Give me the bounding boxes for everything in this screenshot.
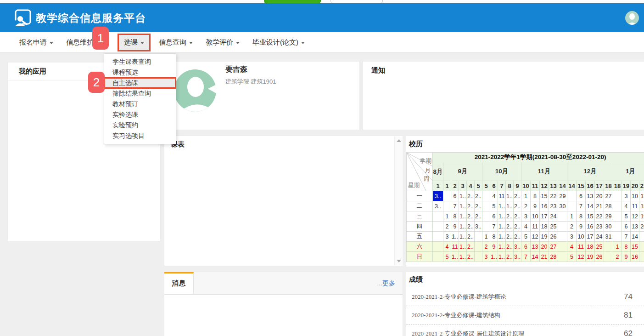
calendar-day-cell: 1 bbox=[482, 232, 490, 242]
nav-item-3[interactable]: 选课 bbox=[118, 34, 151, 51]
calendar-day-cell bbox=[433, 252, 443, 262]
calendar-day-cell: 1.. bbox=[459, 191, 467, 201]
week-number: 1 bbox=[433, 181, 443, 191]
week-number: 7 bbox=[498, 181, 506, 191]
grade-row[interactable]: 2020-2021-2-专业必修课-居住建筑设计原理62 bbox=[406, 325, 644, 336]
calendar-day-cell: 2.. bbox=[475, 201, 482, 211]
calendar-day-cell: 23 bbox=[549, 201, 558, 211]
calendar-day-cell bbox=[558, 232, 567, 242]
calendar-day-cell: 20 bbox=[595, 191, 604, 201]
week-number: 10 bbox=[521, 181, 531, 191]
calendar-day-cell: 3 bbox=[482, 252, 490, 262]
calendar-day-cell bbox=[482, 191, 490, 201]
calendar-day-cell: 28 bbox=[549, 252, 558, 262]
notice-panel: 通知 bbox=[363, 61, 644, 130]
grade-row[interactable]: 2020-2021-2-专业必修课-建筑学概论74 bbox=[406, 288, 644, 306]
dropdown-item-7[interactable]: 实验预约 bbox=[104, 120, 176, 131]
week-number: 5 bbox=[482, 181, 490, 191]
calendar-day-cell: 1.. bbox=[459, 252, 467, 262]
calendar-day-cell: 7 bbox=[521, 252, 531, 262]
scroll-down-icon[interactable] bbox=[397, 260, 401, 262]
dropdown-item-2[interactable]: 课程预选 bbox=[104, 67, 176, 78]
user-avatar-icon[interactable] bbox=[625, 11, 639, 25]
calendar-day-cell: 1 bbox=[443, 211, 451, 222]
grade-row[interactable]: 2020-2021-2-专业必修课-建筑结构81 bbox=[406, 306, 644, 325]
scroll-up-icon[interactable] bbox=[397, 139, 401, 142]
calendar-day-cell: 4 bbox=[622, 201, 631, 211]
annotation-step-1-badge: 1 bbox=[92, 27, 109, 50]
calendar-day-cell bbox=[482, 201, 490, 211]
school-calendar-table: 学期月周星期2021-2022学年1学期(2021-08-30至2022-01-… bbox=[406, 152, 644, 262]
grade-score: 81 bbox=[624, 311, 633, 320]
semester-title: 2021-2022学年1学期(2021-08-30至2022-01-20) bbox=[433, 153, 644, 162]
dropdown-item-8[interactable]: 实习选项目 bbox=[104, 131, 176, 141]
calendar-day-cell: 2.. bbox=[467, 232, 475, 242]
nav-item-label: 报名申请 bbox=[19, 38, 47, 47]
calendar-day-cell: 11 bbox=[531, 222, 540, 232]
nav-item-6[interactable]: 毕业设计(论文) bbox=[252, 34, 306, 51]
calendar-day-cell: 1.. bbox=[459, 201, 467, 211]
dropdown-item-1[interactable]: 学生课表查询 bbox=[104, 57, 176, 67]
timetable-scrollbar[interactable] bbox=[394, 137, 402, 265]
nav-item-1[interactable]: 报名申请 bbox=[18, 34, 54, 51]
browser-top-strip bbox=[0, 0, 644, 3]
chevron-down-icon bbox=[189, 42, 193, 44]
calendar-day-cell: 2.. bbox=[467, 252, 475, 262]
my-apps-title: 我的应用 bbox=[19, 67, 46, 75]
calendar-day-cell: 30 bbox=[558, 201, 567, 211]
calendar-day-cell: 1.. bbox=[459, 232, 467, 242]
tab-messages[interactable]: 消息 bbox=[164, 272, 194, 294]
calendar-day-cell: 8 bbox=[451, 211, 459, 222]
calendar-day-cell bbox=[558, 222, 567, 232]
messages-panel: 消息 ...更多 bbox=[164, 272, 403, 336]
more-dots: ... bbox=[377, 279, 382, 287]
calendar-day-cell: 9 bbox=[577, 222, 586, 232]
chevron-down-icon bbox=[50, 42, 53, 44]
calendar-day-cell bbox=[482, 211, 490, 222]
calendar-day-cell: 1.. bbox=[506, 191, 514, 201]
nav-item-5[interactable]: 教学评价 bbox=[205, 34, 241, 51]
calendar-day-cell bbox=[433, 222, 443, 232]
dropdown-item-4[interactable]: 筛除结果查询 bbox=[104, 88, 176, 99]
month-header: 1月 bbox=[613, 162, 644, 181]
calendar-day-cell: 3 bbox=[443, 232, 451, 242]
calendar-day-cell bbox=[558, 242, 567, 252]
calendar-day-cell: 1.. bbox=[459, 242, 467, 252]
calendar-day-cell: 27 bbox=[549, 242, 558, 252]
calendar-day-cell: 6 bbox=[622, 222, 631, 232]
dropdown-item-3[interactable]: 自主选课 bbox=[104, 78, 176, 88]
weekday-label: 六 bbox=[407, 242, 433, 252]
week-number: 17 bbox=[595, 181, 604, 191]
calendar-day-cell: 4 bbox=[567, 242, 577, 252]
messages-more-link[interactable]: ...更多 bbox=[377, 279, 395, 288]
week-number: 6 bbox=[490, 181, 498, 191]
more-label: 更多 bbox=[382, 279, 395, 287]
week-number: 8 bbox=[506, 181, 514, 191]
calendar-day-cell: 10 bbox=[577, 232, 586, 242]
calendar-day-cell bbox=[613, 201, 622, 211]
grades-list: 2020-2021-2-专业必修课-建筑学概论742020-2021-2-专业必… bbox=[406, 288, 644, 336]
student-name: 要吉森 bbox=[225, 65, 247, 74]
weekday-label: 三 bbox=[407, 211, 433, 222]
calendar-day-cell bbox=[604, 252, 613, 262]
calendar-day-cell bbox=[433, 232, 443, 242]
student-department: 建筑学院 建筑1901 bbox=[225, 78, 276, 86]
calendar-day-cell: 19 bbox=[586, 252, 595, 262]
nav-item-4[interactable]: 信息查询 bbox=[158, 34, 194, 51]
calendar-day-cell: 28 bbox=[604, 201, 613, 211]
calendar-day-cell: 1.. bbox=[459, 211, 467, 222]
calendar-day-cell: 1.. bbox=[506, 201, 514, 211]
calendar-day-cell bbox=[639, 252, 644, 262]
dropdown-item-5[interactable]: 教材预订 bbox=[104, 99, 176, 109]
calendar-day-cell: 8 bbox=[622, 242, 631, 252]
dropdown-item-6[interactable]: 实验选课 bbox=[104, 109, 176, 120]
calendar-day-cell: 4 bbox=[521, 222, 531, 232]
page-title: 教学综合信息服务平台 bbox=[36, 11, 146, 25]
calendar-day-cell: 2.. bbox=[467, 242, 475, 252]
grade-course-name: 2020-2021-2-专业必修课-建筑学概论 bbox=[412, 293, 506, 301]
calendar-day-cell: 20 bbox=[639, 222, 644, 232]
calendar-day-cell: 2.. bbox=[506, 211, 514, 222]
calendar-day-cell: 12 bbox=[631, 211, 639, 222]
calendar-day-cell: 5 bbox=[521, 232, 531, 242]
nav-item-label: 选课 bbox=[124, 38, 138, 47]
